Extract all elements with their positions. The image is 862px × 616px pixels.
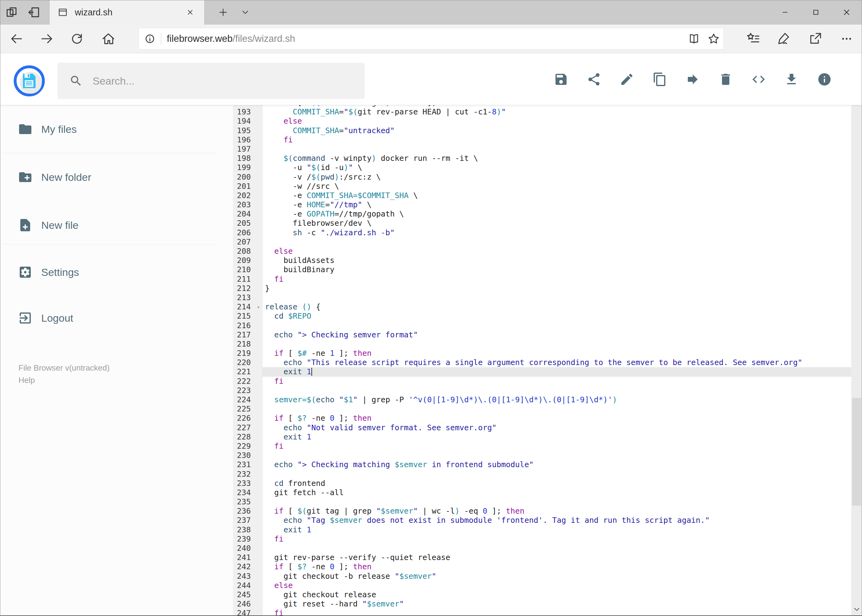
code-line[interactable]: 208 else (233, 247, 851, 256)
scrollbar-thumb[interactable] (852, 398, 861, 506)
code-line-text[interactable] (263, 451, 851, 460)
code-line[interactable]: 232 (233, 470, 851, 479)
sidebar-item-my-files[interactable]: My files (0, 115, 233, 143)
code-line-text[interactable]: if [ $# -ne 1 ]; then (263, 349, 851, 358)
code-line-text[interactable]: if [ "$(command -v git)" != "" ]; then (263, 105, 851, 107)
code-line-text[interactable]: if [ $? -ne 0 ]; then (263, 562, 851, 571)
code-line-text[interactable] (263, 497, 851, 506)
site-info-icon[interactable] (144, 33, 156, 45)
annotate-button[interactable] (773, 29, 793, 49)
code-line[interactable]: 240 (233, 544, 851, 553)
code-line[interactable]: 238 exit 1 (233, 525, 851, 534)
code-line-text[interactable]: else (263, 247, 851, 256)
code-line[interactable]: 225 (233, 404, 851, 414)
code-line-text[interactable]: sh -c "./wizard.sh -b" (263, 228, 851, 237)
code-line[interactable]: 192 if [ "$(command -v git)" != "" ]; th… (233, 105, 851, 107)
refresh-button[interactable] (67, 29, 87, 49)
code-line[interactable]: 236 if [ $(git tag | grep "$semver" | wc… (233, 506, 851, 516)
code-line-text[interactable]: if [ $? -ne 0 ]; then (263, 414, 851, 423)
code-line-text[interactable]: fi (263, 609, 851, 615)
url-field[interactable]: filebrowser.web /files/wizard.sh (139, 28, 724, 50)
code-line[interactable]: 210 buildBinary (233, 265, 851, 274)
code-line[interactable]: 200 -v /$(pwd):/src:z \ (233, 173, 851, 182)
forward-button[interactable] (37, 29, 57, 49)
code-line-text[interactable]: -e COMMIT_SHA=$COMMIT_SHA \ (263, 191, 851, 200)
code-line-text[interactable]: echo "This release script requires a sin… (263, 358, 851, 367)
scrollbar[interactable] (851, 53, 862, 615)
code-line[interactable]: 221 exit 1 (233, 367, 851, 376)
code-line-text[interactable]: else (263, 116, 851, 126)
code-line[interactable]: 218 (233, 339, 851, 349)
edit-button[interactable] (619, 72, 634, 87)
window-minimize-button[interactable] (770, 0, 801, 25)
code-line[interactable]: 239 fi (233, 534, 851, 544)
code-line-text[interactable]: fi (263, 135, 851, 145)
search-input[interactable] (92, 75, 327, 87)
code-line[interactable]: 193 COMMIT_SHA="$(git rev-parse HEAD | c… (233, 107, 851, 116)
share-button[interactable] (586, 72, 601, 87)
code-line[interactable]: 247 fi (233, 609, 851, 615)
code-line[interactable]: 223 (233, 386, 851, 395)
code-line[interactable]: 202 -e COMMIT_SHA=$COMMIT_SHA \ (233, 191, 851, 200)
code-line-text[interactable]: git checkout release (263, 590, 851, 599)
code-line-text[interactable]: -e HOME="//tmp" \ (263, 200, 851, 209)
code-line-text[interactable]: git rev-parse --verify --quiet release (263, 553, 851, 562)
code-line[interactable]: 197 (233, 145, 851, 154)
code-line-text[interactable]: exit 1 (263, 432, 851, 442)
code-line-text[interactable] (263, 145, 851, 154)
new-tab-button[interactable] (212, 0, 234, 25)
code-line[interactable]: 212} (233, 284, 851, 293)
code-line[interactable]: 203 -e HOME="//tmp" \ (233, 200, 851, 209)
code-line[interactable]: 219 if [ $# -ne 1 ]; then (233, 349, 851, 358)
delete-button[interactable] (718, 72, 733, 87)
code-line[interactable]: 211 fi (233, 275, 851, 284)
move-button[interactable] (686, 72, 700, 87)
code-line-text[interactable]: if [ $(git tag | grep "$semver" | wc -l)… (263, 506, 851, 516)
code-line-text[interactable]: filebrowser/dev \ (263, 218, 851, 228)
code-line-text[interactable] (263, 544, 851, 553)
tab-preview-button[interactable] (3, 3, 21, 21)
code-line-text[interactable]: exit 1 (263, 525, 851, 534)
sidebar-item-settings[interactable]: Settings (0, 258, 233, 286)
code-line[interactable]: 195 COMMIT_SHA="untracked" (233, 126, 851, 135)
code-line[interactable]: 224 semver=$(echo "$1" | grep -P '^v(0|[… (233, 395, 851, 404)
code-line-text[interactable]: cd frontend (263, 479, 851, 488)
share-button[interactable] (805, 29, 825, 49)
code-line-text[interactable]: exit 1 (263, 367, 851, 376)
code-line[interactable]: 220 echo "This release script requires a… (233, 358, 851, 367)
code-line-text[interactable] (263, 339, 851, 349)
search-bar[interactable] (58, 63, 365, 99)
favorite-star-button[interactable] (704, 29, 723, 49)
code-line-text[interactable]: echo "Not valid semver format. See semve… (263, 423, 851, 432)
code-line[interactable]: 242 if [ $? -ne 0 ]; then (233, 562, 851, 571)
code-line-text[interactable]: -v /$(pwd):/src:z \ (263, 173, 851, 182)
code-line[interactable]: 214▾release () { (233, 302, 851, 311)
back-button[interactable] (7, 29, 27, 49)
code-line-text[interactable]: git checkout -b release "$semver" (263, 572, 851, 581)
more-button[interactable] (837, 29, 856, 49)
code-line[interactable]: 206 sh -c "./wizard.sh -b" (233, 228, 851, 237)
code-line-text[interactable] (263, 293, 851, 302)
code-line[interactable]: 241 git rev-parse --verify --quiet relea… (233, 553, 851, 562)
window-maximize-button[interactable] (801, 0, 831, 25)
info-button[interactable] (817, 72, 832, 87)
code-line[interactable]: 244 else (233, 581, 851, 590)
code-line-text[interactable]: -e GOPATH=//tmp/gopath \ (263, 209, 851, 218)
code-line[interactable]: 237 echo "Tag $semver does not exist in … (233, 516, 851, 525)
code-line-text[interactable]: git fetch --all (263, 488, 851, 497)
code-line-text[interactable]: fi (263, 377, 851, 386)
filebrowser-logo[interactable] (14, 65, 45, 97)
code-line-text[interactable]: fi (263, 275, 851, 284)
code-line-text[interactable]: semver=$(echo "$1" | grep -P '^v(0|[1-9]… (263, 395, 851, 404)
code-line[interactable]: 205 filebrowser/dev \ (233, 218, 851, 228)
code-line-text[interactable]: echo "Tag $semver does not exist in subm… (263, 516, 851, 525)
reading-view-button[interactable] (684, 29, 704, 49)
code-line-text[interactable]: } (263, 284, 851, 293)
code-line-text[interactable]: COMMIT_SHA="untracked" (263, 126, 851, 135)
code-line[interactable]: 213 (233, 293, 851, 302)
code-line-text[interactable]: buildAssets (263, 256, 851, 265)
code-line-text[interactable]: cd $REPO (263, 311, 851, 321)
code-line[interactable]: 246 git reset --hard "$semver" (233, 599, 851, 609)
code-line-text[interactable]: -u "$(id -u)" \ (263, 163, 851, 172)
code-line[interactable]: 234 git fetch --all (233, 488, 851, 497)
